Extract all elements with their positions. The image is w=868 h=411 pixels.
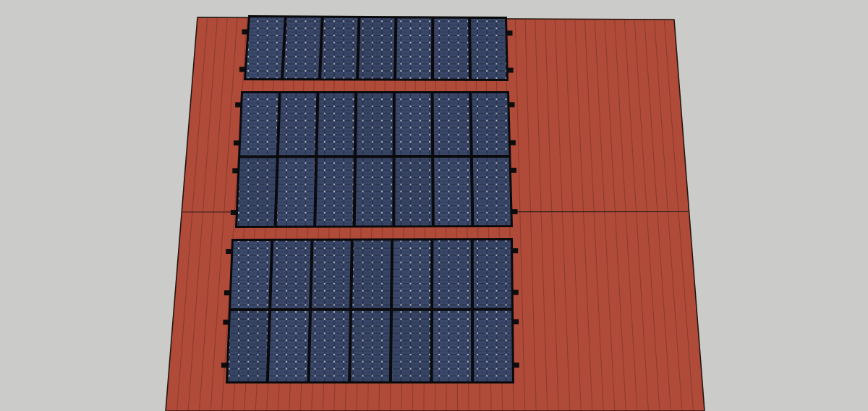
solar-panel-face	[396, 18, 431, 80]
solar-panel-tint	[391, 310, 430, 382]
solar-panel-tint	[283, 17, 321, 79]
solar-panel-tint	[472, 93, 509, 155]
solar-panel-tint	[310, 310, 350, 381]
solar-panel-face	[392, 240, 431, 309]
solar-panel-face	[433, 310, 472, 382]
solar-panel-tint	[316, 158, 354, 226]
solar-panel-face	[276, 158, 315, 226]
solar-panel-face	[395, 93, 432, 155]
solar-panel-tint	[311, 240, 351, 309]
solar-panel-tint	[433, 93, 470, 155]
solar-panel-tint	[471, 18, 507, 79]
solar-panel-tint	[237, 158, 276, 226]
solar-panel-tint	[433, 18, 469, 80]
solar-panel-tint	[351, 310, 391, 381]
solar-panel-tint	[227, 310, 268, 381]
solar-panel-tint	[355, 158, 393, 226]
solar-panel-face	[268, 310, 309, 381]
solar-panel-tint	[473, 240, 511, 308]
solar-panel-face	[434, 157, 472, 226]
roof-scene	[0, 0, 868, 411]
solar-panel-face	[231, 240, 271, 308]
solar-panel-tint	[473, 310, 512, 382]
solar-panel-tint	[472, 157, 511, 225]
solar-panel-face	[240, 93, 279, 156]
solar-panel-face	[246, 17, 285, 78]
solar-panel-tint	[433, 240, 471, 309]
solar-bottom-array	[221, 239, 519, 383]
solar-panel-tint	[271, 240, 312, 308]
solar-panel-tint	[356, 93, 393, 155]
solar-panel-tint	[358, 17, 395, 79]
solar-panel-tint	[318, 93, 355, 155]
solar-panel-tint	[320, 17, 358, 79]
solar-panel-tint	[278, 93, 317, 156]
solar-middle-array	[231, 92, 518, 227]
model-viewport[interactable]	[0, 0, 868, 411]
solar-panel-tint	[352, 240, 391, 309]
solar-top-array	[239, 16, 514, 80]
solar-panel-tint	[395, 157, 433, 226]
